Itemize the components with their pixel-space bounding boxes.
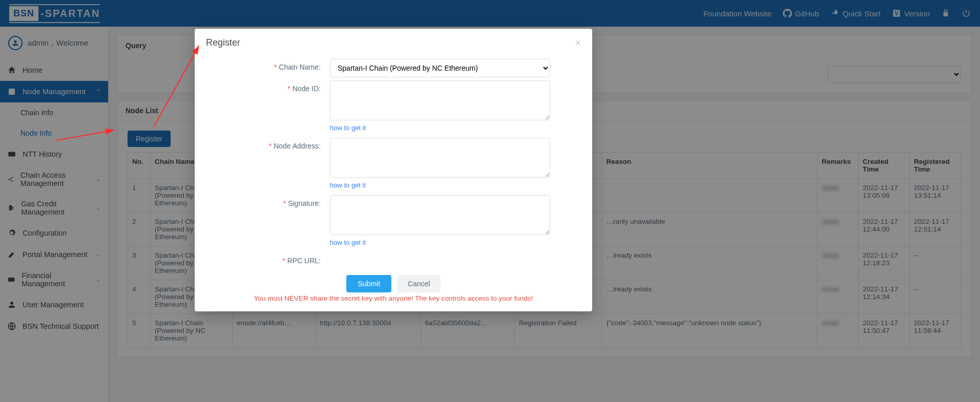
chain-name-select[interactable]: Spartan-I Chain (Powered by NC Ethereum) xyxy=(330,59,550,77)
modal-header: Register × xyxy=(195,29,592,54)
field-label-rpc-url: *RPC URL: xyxy=(210,252,330,265)
modal-close-button[interactable]: × xyxy=(575,37,581,49)
modal-title: Register xyxy=(206,37,240,48)
field-label-node-id: *Node ID: xyxy=(210,80,330,135)
signature-textarea[interactable] xyxy=(330,195,550,235)
field-label-chain-name: *Chain Name: xyxy=(210,59,330,77)
warning-text: You must NEVER share the secret key with… xyxy=(195,294,592,302)
modal-footer: Submit Cancel You must NEVER share the s… xyxy=(195,268,592,311)
node-address-textarea[interactable] xyxy=(330,138,550,178)
register-modal: Register × *Chain Name: Spartan-I Chain … xyxy=(195,29,592,311)
node-id-textarea[interactable] xyxy=(330,80,550,120)
modal-body: *Chain Name: Spartan-I Chain (Powered by… xyxy=(195,54,592,268)
field-label-node-address: *Node Address: xyxy=(210,138,330,192)
node-address-help-link[interactable]: how to get it xyxy=(330,181,366,189)
signature-help-link[interactable]: how to get it xyxy=(330,239,366,246)
cancel-button[interactable]: Cancel xyxy=(398,275,441,292)
submit-button[interactable]: Submit xyxy=(346,275,391,292)
field-label-signature: *Signature: xyxy=(210,195,330,249)
node-id-help-link[interactable]: how to get it xyxy=(330,124,366,132)
